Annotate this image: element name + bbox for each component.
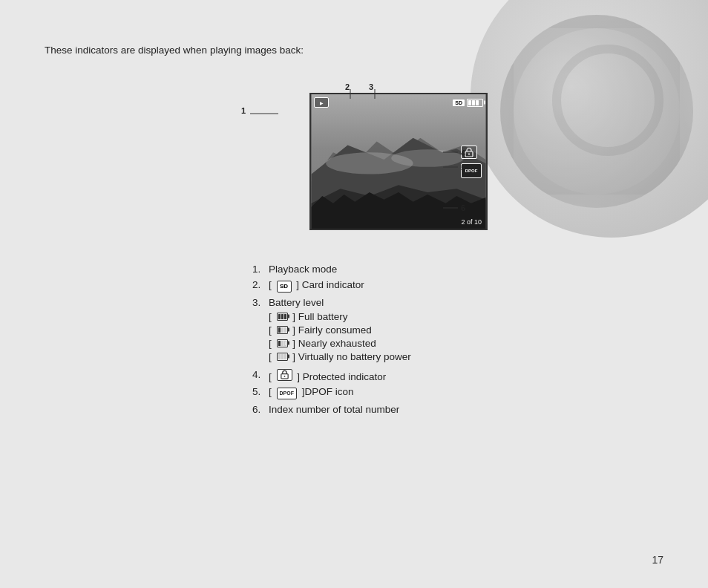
battery-full-item: [ ] Full battery (269, 311, 411, 322)
battery-nearly-item: [ ] Nearly exhausted (269, 338, 411, 349)
list-num-4: 4. (252, 369, 269, 380)
battery-fairly-icon (277, 326, 288, 334)
diagram-area: SD (45, 78, 663, 241)
screen-index: 2 of 10 (461, 218, 482, 226)
list-num-2: 2. (252, 279, 269, 290)
callout-num-3: 3 (369, 82, 373, 91)
list-num-1: 1. (252, 264, 269, 275)
battery-nearly-icon (277, 339, 288, 347)
battery-sublist: [ ] Full battery [ (269, 311, 411, 365)
list-num-6: 6. (252, 404, 269, 415)
screen-top-bar: SD (314, 97, 483, 108)
info-list: 1. Playback mode 2. [ SD ] Card indicato… (252, 264, 663, 415)
callout-num-6: 6 (461, 203, 465, 212)
callout-num-4: 4 (461, 148, 465, 157)
list-num-3: 3. (252, 297, 269, 308)
battery-icon-screen (467, 99, 483, 107)
lock-inline-svg (280, 370, 289, 379)
battery-full-text: Full battery (298, 311, 348, 322)
list-text-4: [ ] Protected indicator (269, 369, 386, 382)
list-text-3: Battery level (269, 297, 324, 308)
callout-num-5: 5 (461, 163, 465, 172)
sd-icon-inline: SD (277, 281, 292, 293)
list-text-1: Playback mode (269, 264, 337, 275)
page-content: These indicators are displayed when play… (0, 0, 708, 449)
battery-none-icon (277, 353, 288, 361)
top-right-icons: SD (453, 99, 483, 107)
callout-1: 1 (241, 106, 246, 115)
playback-mode-icon (314, 97, 329, 108)
svg-point-16 (283, 376, 285, 377)
list-text-5: [ DPOF ]DPOF icon (269, 386, 354, 399)
diagram-wrapper: SD (213, 78, 495, 241)
battery-fairly-text: Fairly consumed (298, 324, 372, 336)
list-item-4: 4. [ ] Protected indicator (252, 369, 663, 382)
battery-fairly-item: [ ] Fairly consumed (269, 324, 411, 336)
callout-num-2: 2 (345, 82, 350, 91)
list-num-5: 5. (252, 386, 269, 397)
svg-point-6 (391, 149, 464, 166)
landscape-image (311, 94, 486, 229)
list-item-5: 5. [ DPOF ]DPOF icon (252, 386, 663, 399)
dpof-icon-inline: DPOF (277, 388, 297, 399)
list-item-2: 2. [ SD ] Card indicator (252, 279, 663, 293)
lock-icon-inline (277, 369, 292, 381)
list-item-6: 6. Index number of total number (252, 404, 663, 415)
battery-nearly-text: Nearly exhausted (298, 338, 376, 349)
sd-card-badge: SD (453, 99, 465, 106)
battery-full-icon (277, 313, 288, 321)
list-item-1: 1. Playback mode (252, 264, 663, 275)
battery-none-text: Virtually no battery power (298, 351, 411, 362)
intro-text: These indicators are displayed when play… (45, 45, 663, 56)
list-item-3: 3. Battery level [ ] Full battery (252, 297, 663, 365)
page-number: 17 (652, 554, 663, 566)
list-text-2: [ SD ] Card indicator (269, 279, 364, 293)
indicators-list: 1. Playback mode 2. [ SD ] Card indicato… (252, 264, 663, 415)
battery-none-item: [ ] Virtually no battery power (269, 351, 411, 362)
svg-point-8 (468, 153, 470, 154)
list-text-6: Index number of total number (269, 404, 399, 415)
